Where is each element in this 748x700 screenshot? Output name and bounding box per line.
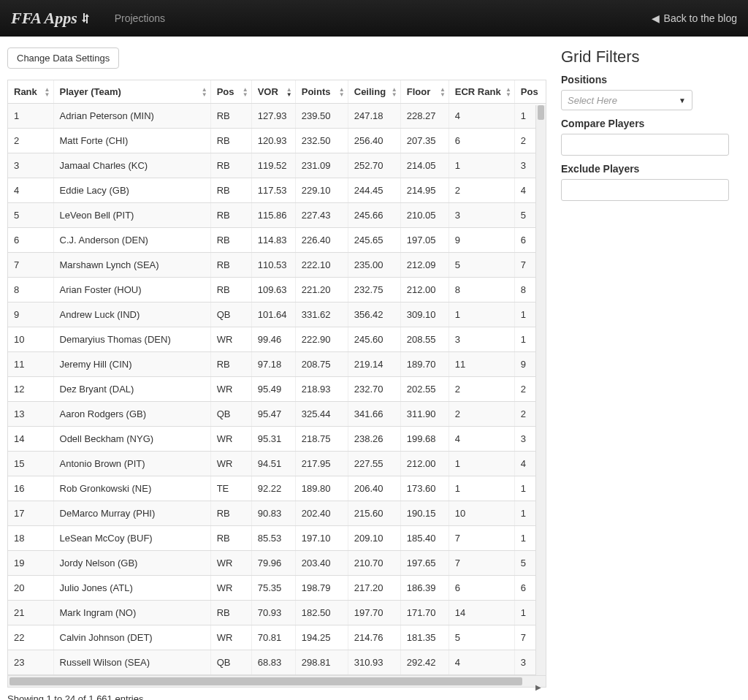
cell-points: 229.10 [295,178,348,203]
exclude-label: Exclude Players [561,163,736,175]
cell-pos: WR [210,327,251,352]
cell-vor: 97.18 [251,352,295,377]
cell-pos: RB [210,178,251,203]
cell-rank: 3 [8,153,53,178]
table-row[interactable]: 9Andrew Luck (IND)QB101.64331.62356.4230… [8,303,546,327]
table-row[interactable]: 17DeMarco Murray (PHI)RB90.83202.40215.6… [8,501,546,526]
cell-floor: 181.35 [400,625,449,650]
cell-ecr: 6 [449,129,514,153]
back-label: Back to the blog [664,12,737,24]
navbar: FFA Apps Projections ◀ Back to the blog [0,0,748,37]
table-row[interactable]: 11Jeremy Hill (CIN)RB97.18208.75219.1418… [8,352,546,377]
table-row[interactable]: 4Eddie Lacy (GB)RB117.53229.10244.45214.… [8,178,546,203]
col-points[interactable]: Points▲▼ [295,80,348,104]
table-row[interactable]: 2Matt Forte (CHI)RB120.93232.50256.40207… [8,129,546,153]
cell-ceiling: 244.45 [348,178,400,203]
cell-floor: 199.68 [400,427,449,452]
cell-ecr: 2 [449,178,514,203]
cell-vor: 120.93 [251,129,295,153]
horizontal-scrollbar[interactable]: ▶ [7,676,546,688]
col-vor-label: VOR [258,86,278,97]
cell-player: Demaryius Thomas (DEN) [53,327,210,352]
cell-pos: RB [210,278,251,303]
table-row[interactable]: 1Adrian Peterson (MIN)RB127.93239.50247.… [8,104,546,129]
positions-select[interactable]: Select Here ▼ [561,90,692,110]
vertical-scrollbar[interactable] [535,105,546,675]
cell-ecr: 10 [449,501,514,526]
col-posrank[interactable]: Pos [514,80,546,104]
cell-points: 232.50 [295,129,348,153]
table-row[interactable]: 23Russell Wilson (SEA)QB68.83298.81310.9… [8,650,546,675]
cell-floor: 173.60 [400,476,449,501]
col-vor[interactable]: VOR▲▼ [251,80,295,104]
cell-floor: 212.00 [400,278,449,303]
cell-pos: RB [210,352,251,377]
cell-vor: 95.49 [251,377,295,402]
change-data-settings-button[interactable]: Change Data Settings [7,47,119,69]
table-header-row: Rank▲▼ Player (Team)▲▼ Pos▲▼ VOR▲▼ Point… [8,80,546,104]
col-rank[interactable]: Rank▲▼ [8,80,53,104]
exclude-players-input[interactable] [561,179,729,201]
col-player[interactable]: Player (Team)▲▼ [53,80,210,104]
cell-points: 217.95 [295,452,348,476]
cell-ecr: 7 [449,551,514,576]
brand-logo[interactable]: FFA Apps [11,9,91,28]
table-row[interactable]: 15Antonio Brown (PIT)WR94.51217.95227.55… [8,452,546,476]
cell-pos: RB [210,501,251,526]
cell-floor: 208.55 [400,327,449,352]
table-row[interactable]: 7Marshawn Lynch (SEA)RB110.53222.10235.0… [8,253,546,278]
table-row[interactable]: 18LeSean McCoy (BUF)RB85.53197.10209.101… [8,526,546,551]
cell-player: Jordy Nelson (GB) [53,551,210,576]
cell-points: 222.10 [295,253,348,278]
cell-player: Marshawn Lynch (SEA) [53,253,210,278]
cell-floor: 214.95 [400,178,449,203]
cell-player: Dez Bryant (DAL) [53,377,210,402]
cell-points: 231.09 [295,153,348,178]
sort-icon [80,12,91,25]
back-to-blog-link[interactable]: ◀ Back to the blog [652,12,737,24]
cell-vor: 101.64 [251,303,295,327]
table-row[interactable]: 6C.J. Anderson (DEN)RB114.83226.40245.65… [8,228,546,253]
cell-points: 298.81 [295,650,348,675]
table-row[interactable]: 13Aaron Rodgers (GB)QB95.47325.44341.663… [8,402,546,427]
table-row[interactable]: 5LeVeon Bell (PIT)RB115.86227.43245.6621… [8,203,546,228]
cell-ceiling: 232.75 [348,278,400,303]
cell-ceiling: 245.66 [348,203,400,228]
scroll-thumb[interactable] [538,105,544,120]
col-posrank-label: Pos [521,86,538,97]
cell-points: 218.93 [295,377,348,402]
cell-pos: RB [210,253,251,278]
cell-rank: 2 [8,129,53,153]
table-row[interactable]: 8Arian Foster (HOU)RB109.63221.20232.752… [8,278,546,303]
table-row[interactable]: 14Odell Beckham (NYG)WR95.31218.75238.26… [8,427,546,452]
col-floor[interactable]: Floor▲▼ [400,80,449,104]
cell-vor: 114.83 [251,228,295,253]
col-ceiling[interactable]: Ceiling▲▼ [348,80,400,104]
cell-points: 194.25 [295,625,348,650]
table-row[interactable]: 19Jordy Nelson (GB)WR79.96203.40210.7019… [8,551,546,576]
scroll-thumb[interactable] [9,677,522,685]
table-row[interactable]: 21Mark Ingram (NO)RB70.93182.50197.70171… [8,601,546,625]
table-row[interactable]: 16Rob Gronkowski (NE)TE92.22189.80206.40… [8,476,546,501]
compare-players-input[interactable] [561,134,729,156]
cell-ceiling: 310.93 [348,650,400,675]
cell-rank: 17 [8,501,53,526]
cell-rank: 9 [8,303,53,327]
scroll-right-arrow[interactable]: ▶ [531,676,546,694]
table-row[interactable]: 10Demaryius Thomas (DEN)WR99.46222.90245… [8,327,546,352]
cell-pos: QB [210,303,251,327]
col-ecr[interactable]: ECR Rank▲▼ [449,80,514,104]
table-row[interactable]: 20Julio Jones (ATL)WR75.35198.79217.2018… [8,576,546,601]
cell-ecr: 5 [449,253,514,278]
filters-title: Grid Filters [561,47,736,66]
table-row[interactable]: 12Dez Bryant (DAL)WR95.49218.93232.70202… [8,377,546,402]
col-pos[interactable]: Pos▲▼ [210,80,251,104]
table-row[interactable]: 22Calvin Johnson (DET)WR70.81194.25214.7… [8,625,546,650]
cell-ecr: 1 [449,303,514,327]
filters-panel: Grid Filters Positions Select Here ▼ Com… [554,37,744,208]
cell-player: Andrew Luck (IND) [53,303,210,327]
nav-projections[interactable]: Projections [115,12,165,24]
cell-ceiling: 341.66 [348,402,400,427]
table-row[interactable]: 3Jamaal Charles (KC)RB119.52231.09252.70… [8,153,546,178]
chevron-left-icon: ◀ [652,12,660,24]
